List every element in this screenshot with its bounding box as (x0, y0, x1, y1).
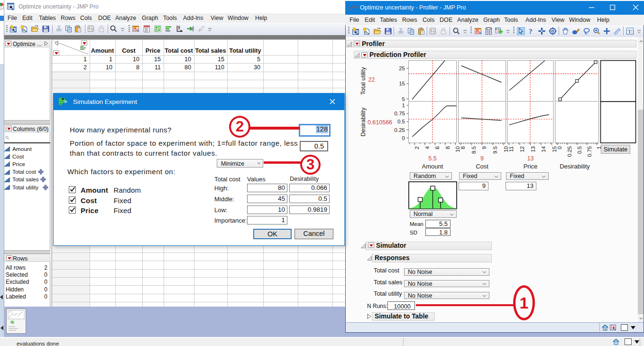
svg-text:2: 2 (414, 146, 420, 149)
svg-text:22: 22 (368, 76, 375, 83)
svg-text:13: 13 (530, 146, 536, 152)
svg-text:8.5: 8.5 (471, 146, 477, 154)
svg-text:0.25: 0.25 (395, 127, 405, 133)
svg-text:4: 4 (424, 146, 430, 149)
svg-text:Cost: Cost (476, 163, 488, 170)
svg-text:T: T (628, 29, 631, 34)
svg-text:14: 14 (541, 146, 546, 152)
svg-text:8: 8 (445, 146, 451, 149)
svg-text:Amount: Amount (422, 163, 443, 170)
svg-text:Price: Price (524, 163, 538, 170)
svg-text:0.610566: 0.610566 (368, 119, 392, 126)
svg-text:0.25: 0.25 (567, 146, 572, 157)
svg-text:5.5: 5.5 (428, 155, 436, 162)
svg-text:Desirability: Desirability (560, 163, 590, 170)
svg-text:9: 9 (480, 155, 484, 162)
svg-text:10: 10 (503, 146, 509, 152)
svg-text:15: 15 (552, 146, 557, 152)
svg-text:6: 6 (434, 146, 440, 149)
svg-text:9.5: 9.5 (492, 146, 498, 154)
svg-text:12: 12 (519, 146, 525, 152)
svg-text:0.5: 0.5 (577, 146, 582, 154)
svg-text:0: 0 (557, 146, 562, 149)
svg-text:1: 1 (402, 103, 405, 108)
svg-text:0.75: 0.75 (395, 111, 405, 116)
svg-text:x: x (180, 28, 183, 33)
svg-text:11: 11 (508, 146, 514, 152)
svg-text:13: 13 (527, 155, 534, 162)
svg-text:15: 15 (399, 81, 405, 86)
svg-text:5: 5 (402, 96, 405, 102)
svg-text:25: 25 (399, 65, 405, 71)
svg-text:Total utility: Total utility (360, 67, 367, 95)
svg-text:9: 9 (481, 146, 487, 149)
svg-text:0: 0 (402, 135, 405, 141)
svg-text:8: 8 (460, 146, 466, 149)
svg-text:?: ? (529, 28, 533, 35)
svg-text:Desirability: Desirability (360, 107, 367, 137)
svg-text:0.75: 0.75 (587, 146, 592, 157)
svg-text:0.5: 0.5 (397, 119, 405, 124)
